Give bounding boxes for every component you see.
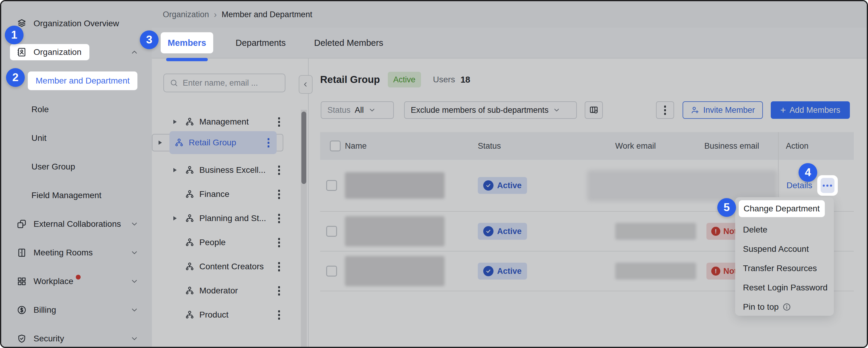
- select-all-checkbox[interactable]: [330, 141, 341, 151]
- sidebar-item-security[interactable]: Security: [1, 324, 152, 348]
- kebab-menu-icon[interactable]: [276, 284, 282, 297]
- details-link[interactable]: Details: [786, 181, 812, 190]
- department-search[interactable]: [163, 74, 285, 92]
- invite-member-label: Invite Member: [703, 106, 755, 115]
- column-settings-button[interactable]: [585, 101, 603, 119]
- menu-item-delete[interactable]: Delete: [735, 220, 834, 239]
- tree-item-finance[interactable]: Finance: [152, 182, 308, 206]
- sidebar-item-workplace[interactable]: Workplace: [1, 267, 152, 295]
- sidebar-item-user-group[interactable]: User Group: [1, 152, 152, 181]
- sidebar-item-meeting-rooms[interactable]: Meeting Rooms: [1, 238, 152, 267]
- expand-caret-icon[interactable]: [159, 141, 165, 145]
- kebab-menu-icon[interactable]: [276, 236, 282, 249]
- sidebar-item-field-management[interactable]: Field Management: [1, 181, 152, 210]
- shield-check-icon: [17, 334, 27, 344]
- grid-icon: [17, 276, 27, 286]
- department-icon: [185, 117, 194, 127]
- kebab-menu-icon[interactable]: [276, 212, 282, 225]
- sidebar-item-external-collaborations[interactable]: External Collaborations: [1, 210, 152, 238]
- department-icon: [185, 213, 194, 223]
- expand-caret-icon[interactable]: [173, 120, 180, 124]
- more-actions-button[interactable]: [656, 101, 674, 119]
- chevron-down-icon[interactable]: [130, 277, 138, 286]
- admin-console-window: Organization Overview Organization Membe…: [0, 0, 868, 348]
- tree-item-business-excellence[interactable]: Business Excell...: [152, 158, 308, 182]
- kebab-menu-icon[interactable]: [276, 164, 282, 177]
- kebab-menu-icon[interactable]: [276, 188, 282, 201]
- sidebar-item-label: Organization: [33, 47, 82, 57]
- tree-item-management[interactable]: Management: [152, 110, 308, 134]
- tab-departments[interactable]: Departments: [236, 38, 286, 48]
- row-more-button-spotlight[interactable]: [817, 175, 838, 196]
- kebab-menu-icon[interactable]: [276, 115, 282, 129]
- status-badge: Active: [478, 223, 527, 240]
- column-header-business-email[interactable]: Business email: [701, 141, 778, 151]
- kebab-menu-icon[interactable]: [276, 309, 282, 321]
- tab-deleted-members[interactable]: Deleted Members: [314, 38, 383, 48]
- collapse-panel-button[interactable]: [299, 75, 313, 94]
- column-header-name[interactable]: Name: [341, 141, 474, 151]
- row-checkbox[interactable]: [326, 266, 337, 277]
- sidebar-item-label: Unit: [31, 133, 46, 143]
- sidebar-item-member-and-department-spotlight[interactable]: Member and Department: [28, 71, 137, 90]
- sidebar-item-label: External Collaborations: [33, 219, 121, 229]
- status-badge: Active: [478, 263, 527, 280]
- plus-icon: +: [780, 105, 786, 116]
- tree-item-moderator[interactable]: Moderator: [152, 279, 308, 303]
- ellipsis-icon[interactable]: [820, 178, 835, 193]
- tree-item-label: Product: [199, 310, 272, 320]
- breadcrumb-organization[interactable]: Organization: [163, 10, 209, 19]
- menu-item-transfer-resources[interactable]: Transfer Resources: [735, 259, 834, 278]
- redacted-email-block: [615, 263, 696, 280]
- department-search-input[interactable]: [183, 78, 279, 88]
- column-settings-icon: [589, 105, 598, 115]
- department-tree-panel: Management Retail Group HR Group: [152, 59, 309, 347]
- sidebar-item-label: Security: [33, 334, 64, 344]
- sidebar-item-role[interactable]: Role: [1, 95, 152, 124]
- invite-member-button[interactable]: Invite Member: [683, 101, 763, 119]
- tree-scrollbar-thumb[interactable]: [302, 112, 306, 184]
- department-icon: [185, 189, 194, 199]
- tree-item-label: Moderator: [199, 286, 272, 295]
- column-header-work-email[interactable]: Work email: [612, 141, 701, 151]
- tree-item-people[interactable]: People: [152, 231, 308, 254]
- menu-item-suspend-account[interactable]: Suspend Account: [735, 239, 834, 259]
- filter-toolbar: Status All Exclude members of sub-depart…: [309, 101, 867, 119]
- tree-item-product[interactable]: Product: [152, 303, 308, 327]
- tree-item-retail-group[interactable]: Retail Group: [152, 134, 283, 151]
- sidebar-item-organization-overview[interactable]: Organization Overview: [1, 9, 152, 38]
- tab-members[interactable]: Members: [161, 32, 213, 54]
- menu-item-pin-to-top[interactable]: Pin to top: [735, 297, 834, 317]
- sidebar-item-organization-spotlight[interactable]: Organization: [10, 44, 89, 60]
- row-checkbox[interactable]: [326, 180, 337, 191]
- tree-item-content-creators[interactable]: Content Creators: [152, 254, 308, 279]
- department-icon: [174, 138, 184, 147]
- add-members-button[interactable]: + Add Members: [771, 101, 850, 119]
- sidebar-item-organization[interactable]: Organization: [1, 38, 152, 66]
- status-filter-dropdown[interactable]: Status All: [321, 101, 394, 119]
- scope-filter-dropdown[interactable]: Exclude members of sub-departments: [404, 101, 577, 119]
- sidebar-item-billing[interactable]: Billing: [1, 295, 152, 324]
- tab-label: Members: [167, 38, 206, 48]
- kebab-menu-icon[interactable]: [276, 260, 282, 273]
- menu-item-reset-login-password[interactable]: Reset Login Password: [735, 278, 834, 297]
- row-checkbox[interactable]: [326, 226, 337, 237]
- kebab-menu-icon[interactable]: [266, 136, 271, 149]
- tree-item-label: Content Creators: [199, 262, 272, 271]
- step-badge-1: 1: [5, 26, 24, 44]
- column-header-status[interactable]: Status: [474, 141, 612, 151]
- sidebar-item-unit[interactable]: Unit: [1, 124, 152, 152]
- chevron-up-icon[interactable]: [130, 48, 138, 57]
- sidebar-item-label: Field Management: [31, 190, 101, 200]
- chevron-down-icon[interactable]: [130, 248, 138, 257]
- chevron-down-icon[interactable]: [130, 306, 138, 314]
- department-status-badge: Active: [388, 72, 421, 88]
- menu-item-change-department-spotlight[interactable]: Change Department: [739, 200, 825, 217]
- expand-caret-icon[interactable]: [173, 168, 180, 172]
- chevron-down-icon[interactable]: [130, 335, 138, 343]
- chevron-down-icon[interactable]: [130, 220, 138, 228]
- expand-caret-icon[interactable]: [173, 216, 180, 220]
- status-filter-label: Status: [328, 106, 351, 115]
- tree-item-planning-and-strategy[interactable]: Planning and St...: [152, 206, 308, 231]
- status-badge: Active: [478, 177, 527, 194]
